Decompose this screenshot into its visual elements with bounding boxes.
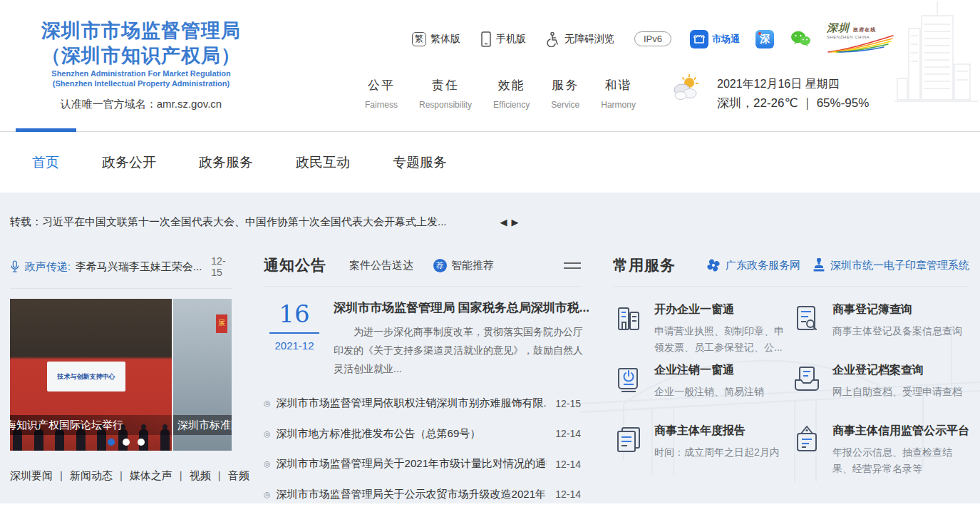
featured-notice[interactable]: 16 2021-12 深圳市市场监督管理局 国家税务总局深圳市税... 为进一步… [264, 300, 581, 379]
voice-news-row[interactable]: 政声传递: 李希马兴瑞李玉妹王荣会... 12-15 [10, 255, 232, 289]
nav-item-special-services[interactable]: 专题服务 [393, 153, 447, 172]
accessibility-link[interactable]: 无障碍浏览 [546, 31, 614, 47]
red-flag-decoration: 展 [216, 314, 227, 333]
power-off-icon [613, 363, 644, 394]
photo-carousel[interactable]: 技术与创新支持中心 展 海知识产权国际论坛举行 深圳市标准院 [10, 299, 232, 451]
traditional-version-link[interactable]: 繁 繁体版 [412, 32, 460, 46]
featured-title[interactable]: 深圳市市场监督管理局 国家税务总局深圳市税... [334, 300, 589, 316]
service-archive-query[interactable]: 企业登记档案查询 网上自助查档、受理申请查档 [791, 363, 969, 424]
main-navigation: 首页 政务公开 政务服务 政民互动 专题服务 政务机器人 [0, 132, 980, 193]
market-app-label: 市场通 [712, 33, 740, 46]
main-content: 转载：习近平在中国文联第十一次全国代表大会、中国作协第十次全国代表大会开幕式上发… [0, 193, 980, 503]
bullet-icon: ◎ [264, 490, 271, 499]
recommend-badge-icon: 荐 [433, 259, 447, 272]
notices-column: 通知公告 案件公告送达 荐 智能推荐 16 2021-12 深圳市市场监督管理局… [264, 255, 581, 510]
more-menu-icon[interactable] [564, 259, 581, 272]
news-tab-updates[interactable]: 新闻动态 [53, 469, 113, 483]
utility-links: 繁 繁体版 手机版 无障碍浏览 IPv6 市场通 深 [412, 21, 894, 56]
carousel-dot-1[interactable] [108, 439, 115, 446]
weather-date: 2021年12月16日 星期四 [717, 74, 869, 93]
notices-header: 通知公告 案件公告送达 荐 智能推荐 [264, 255, 581, 287]
ticker-prev-icon[interactable]: ◀ [500, 217, 507, 227]
carousel-caption: 海知识产权国际论坛举行 [10, 415, 172, 435]
nav-item-interaction[interactable]: 政民互动 [296, 153, 350, 172]
service-deregistration[interactable]: 企业注销一窗通 企业一般注销、简易注销 [613, 363, 791, 424]
bullet-icon: ◎ [264, 429, 271, 439]
notice-item[interactable]: ◎ 深圳市地方标准批准发布公告（总第69号） 12-14 [264, 419, 581, 449]
guangdong-gov-link[interactable]: 广东政务服务网 [706, 257, 800, 273]
market-app-link[interactable]: 市场通 [690, 30, 740, 48]
stage-banner: 技术与创新支持中心 [47, 362, 125, 391]
credit-badge-icon [791, 424, 822, 455]
stacked-documents-icon [613, 424, 644, 455]
building-document-icon [613, 302, 644, 334]
shenzhen-china-logo[interactable]: 深圳 政府在线 SHENZHEN CHINA [827, 21, 894, 56]
notices-title: 通知公告 [264, 255, 326, 275]
carousel-dot-2[interactable] [123, 439, 130, 446]
wechat-link[interactable] [790, 30, 811, 48]
building-sketch-illustration [894, 0, 980, 132]
site-header: 深圳市市场监督管理局 （深圳市知识产权局） Shenzhen Administr… [0, 0, 980, 132]
featured-month: 2021-12 [264, 339, 325, 352]
news-tab-media[interactable]: 媒体之声 [113, 469, 172, 483]
carousel-dot-3[interactable] [138, 439, 145, 446]
site-logo[interactable]: 深圳市市场监督管理局 （深圳市知识产权局） Shenzhen Administr… [20, 19, 262, 111]
case-announcement-link[interactable]: 案件公告送达 [349, 259, 413, 272]
mobile-label: 手机版 [496, 33, 526, 46]
official-domain-note: 认准唯一官方域名：amr.sz.gov.cn [20, 98, 262, 111]
featured-date: 16 2021-12 [264, 300, 325, 379]
microphone-icon [10, 259, 20, 275]
traditional-label: 繁体版 [430, 33, 460, 46]
value-harmony: 和谐 Harmony [601, 77, 636, 110]
services-header: 常用服务 广东政务服务网 深圳市统一电子印章管理系统 [613, 255, 969, 287]
logo-title-cn: 深圳市市场监督管理局 [20, 19, 262, 43]
nav-item-gov-disclosure[interactable]: 政务公开 [102, 153, 156, 172]
page-bottom-strip [0, 503, 980, 517]
news-tab-shenzhen[interactable]: 深圳要闻 [10, 469, 53, 483]
bullet-icon: ◎ [264, 459, 271, 469]
service-open-business[interactable]: 开办企业一窗通 申请营业执照、刻制印章、申领发票、员工参保登记、公... [613, 302, 791, 363]
service-registry-query[interactable]: 商事登记簿查询 商事主体登记及备案信息查询 [791, 302, 969, 363]
ishenzhen-app-link[interactable]: 深 [755, 30, 774, 48]
news-tabs: 深圳要闻 新闻动态 媒体之声 视频 音频 [10, 469, 232, 483]
logo-title-en2: (Shenzhen Intellectual Property Administ… [20, 78, 262, 88]
e-seal-system-link[interactable]: 深圳市统一电子印章管理系统 [812, 258, 969, 272]
pinwheel-icon [706, 257, 721, 273]
weather-info: 深圳，22-26℃ ｜ 65%-95% [717, 93, 869, 114]
page: 深圳市市场监督管理局 （深圳市知识产权局） Shenzhen Administr… [0, 0, 980, 517]
value-responsibility: 责任 Responsibility [419, 77, 472, 110]
news-tab-video[interactable]: 视频 [172, 469, 211, 483]
service-credit-platform[interactable]: 商事主体信用监管公示平台 年报公示信息、抽查检查结果、经营异常名录等 [791, 424, 969, 484]
news-ticker: 转载：习近平在中国文联第十一次全国代表大会、中国作协第十次全国代表大会开幕式上发… [10, 215, 519, 229]
news-column: 政声传递: 李希马兴瑞李玉妹王荣会... 12-15 技术与创新支持中心 展 海… [10, 255, 232, 483]
accessibility-label: 无障碍浏览 [564, 33, 614, 46]
carousel-caption-next: 深圳市标准院 [173, 415, 232, 435]
weather-icon [670, 74, 701, 101]
notice-item[interactable]: ◎ 深圳市市场监督管理局关于2021年市级计量比对情况的通报 12-14 [264, 449, 581, 480]
services-column: 常用服务 广东政务服务网 深圳市统一电子印章管理系统 [613, 255, 969, 484]
market-app-icon [690, 30, 708, 48]
news-tab-audio[interactable]: 音频 [211, 469, 249, 483]
logo-title-en: Shenzhen Administration For Market Regul… [20, 68, 262, 78]
value-service: 服务 Service [551, 77, 579, 110]
mobile-phone-icon [480, 31, 492, 47]
smart-recommend-link[interactable]: 荐 智能推荐 [433, 259, 494, 272]
core-values: 公平 Fairness 责任 Responsibility 效能 Efficie… [365, 77, 636, 110]
ipv6-badge[interactable]: IPv6 [634, 31, 671, 46]
ticker-text[interactable]: 转载：习近平在中国文联第十一次全国代表大会、中国作协第十次全国代表大会开幕式上发… [10, 215, 447, 229]
notice-item[interactable]: ◎ 深圳市市场监督管理局依职权注销深圳市别亦难服饰有限... 12-15 [264, 389, 581, 419]
service-annual-report[interactable]: 商事主体年度报告 时间：成立周年之日起2月内 [613, 424, 791, 484]
traditional-icon: 繁 [412, 32, 426, 46]
ticker-next-icon[interactable]: ▶ [512, 217, 519, 227]
document-search-icon [791, 302, 822, 334]
rainbow-swoosh-icon [827, 35, 894, 53]
carousel-dots [108, 439, 145, 446]
voice-label: 政声传递: [25, 260, 71, 274]
nav-item-gov-services[interactable]: 政务服务 [199, 153, 253, 172]
document-archive-icon [791, 363, 822, 394]
nav-item-home[interactable]: 首页 [32, 153, 59, 172]
voice-date: 12-15 [211, 255, 232, 278]
mobile-version-link[interactable]: 手机版 [480, 31, 526, 47]
ishenzhen-app-icon: 深 [755, 30, 774, 48]
featured-day: 16 [269, 300, 319, 334]
